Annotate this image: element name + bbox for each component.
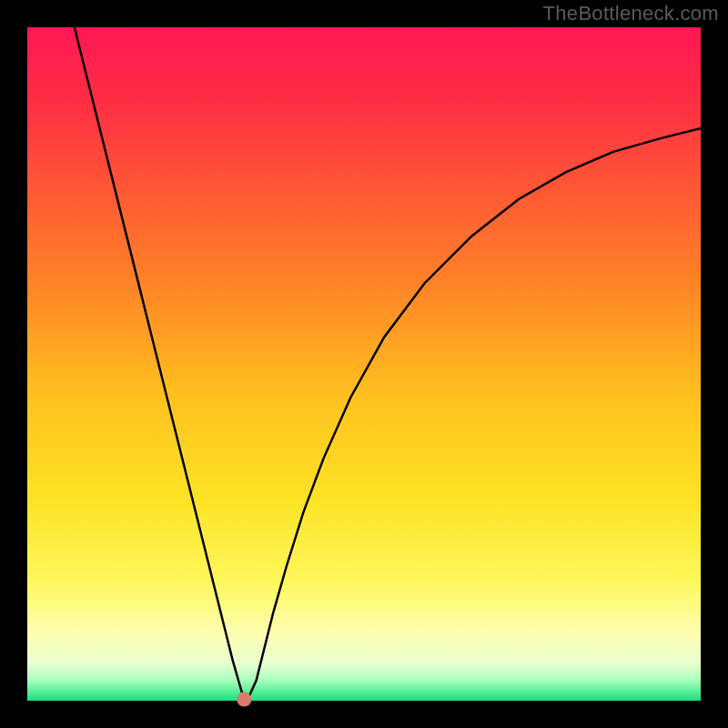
bottleneck-chart: TheBottleneck.com [0,0,728,728]
watermark-text: TheBottleneck.com [543,2,719,25]
optimal-point-marker [237,693,251,707]
plot-background [27,27,701,701]
chart-svg [0,0,728,728]
